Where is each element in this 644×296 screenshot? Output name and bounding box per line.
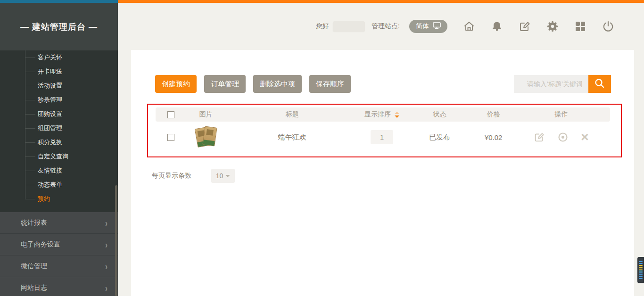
chevron-right-icon: › bbox=[105, 217, 107, 229]
reservation-table: 图片 标题 显示排序 状态 价格 操作 端午狂欢 bbox=[156, 107, 610, 153]
sidebar-submenu: 客户关怀 开卡即送 活动设置 秒杀管理 团购设置 组团管理 积分兑换 自定义查询… bbox=[0, 50, 118, 206]
tree-tick bbox=[25, 171, 35, 171]
power-icon[interactable] bbox=[602, 20, 614, 33]
sidebar-section-statistics[interactable]: 统计报表 › bbox=[0, 212, 118, 234]
sort-arrows-icon[interactable] bbox=[395, 112, 399, 118]
header-title: 标题 bbox=[225, 110, 359, 119]
browser-scrollbar-widget[interactable] bbox=[637, 257, 644, 283]
language-badge[interactable]: 简体 bbox=[409, 20, 447, 33]
toolbar: 创建预约 订单管理 删除选中项 保存顺序 bbox=[155, 75, 611, 93]
tree-tick bbox=[25, 199, 35, 199]
search-button[interactable] bbox=[588, 75, 611, 93]
chevron-right-icon: › bbox=[105, 239, 107, 250]
search-input[interactable] bbox=[514, 75, 588, 93]
sidebar-item-flash-sale[interactable]: 秒杀管理 bbox=[0, 93, 118, 107]
tree-tick bbox=[25, 86, 35, 86]
tree-tick bbox=[25, 58, 35, 58]
bell-icon[interactable] bbox=[491, 20, 503, 33]
select-all-checkbox[interactable] bbox=[167, 111, 174, 118]
sidebar-item-label: 积分兑换 bbox=[38, 139, 62, 146]
order-management-button[interactable]: 订单管理 bbox=[204, 75, 246, 93]
sidebar-sections: 统计报表 › 电子商务设置 › 微信管理 › 网站日志 › bbox=[0, 212, 118, 296]
edit-row-icon[interactable] bbox=[534, 132, 545, 143]
sidebar-scrollbar[interactable] bbox=[115, 185, 117, 296]
search-icon bbox=[594, 78, 605, 90]
tree-tick bbox=[25, 114, 35, 115]
gear-icon[interactable] bbox=[546, 20, 559, 33]
sidebar-item-label: 团购设置 bbox=[38, 110, 62, 117]
section-label: 统计报表 bbox=[21, 219, 47, 227]
sidebar-item-label: 客户关怀 bbox=[38, 54, 62, 61]
product-image[interactable] bbox=[194, 125, 218, 149]
content-panel: 创建预约 订单管理 删除选中项 保存顺序 图片 标题 bbox=[131, 50, 634, 296]
sidebar-item-reservation-active[interactable]: 预约 bbox=[0, 192, 118, 206]
tree-tick bbox=[25, 185, 35, 185]
page-size-select[interactable]: 10 bbox=[211, 169, 235, 183]
table-header-row: 图片 标题 显示排序 状态 价格 操作 bbox=[156, 107, 610, 122]
search-bar bbox=[514, 75, 611, 93]
section-label: 网站日志 bbox=[21, 284, 47, 292]
header-sort-label: 显示排序 bbox=[364, 110, 391, 119]
monitor-icon bbox=[433, 22, 441, 31]
row-checkbox[interactable] bbox=[167, 134, 174, 141]
sidebar-section-site-log[interactable]: 网站日志 › bbox=[0, 277, 118, 296]
sidebar-section-ecommerce[interactable]: 电子商务设置 › bbox=[0, 234, 118, 255]
page-size-label: 每页显示条数 bbox=[152, 172, 191, 180]
tree-tick bbox=[25, 72, 35, 72]
row-title: 端午狂欢 bbox=[225, 133, 359, 142]
sidebar-item-card-gift[interactable]: 开卡即送 bbox=[0, 65, 118, 79]
tree-tick bbox=[25, 142, 35, 143]
sidebar-item-activity-settings[interactable]: 活动设置 bbox=[0, 79, 118, 93]
header-actions: 操作 bbox=[512, 110, 610, 119]
username-redacted bbox=[333, 21, 365, 32]
sidebar-item-group-buy[interactable]: 团购设置 bbox=[0, 107, 118, 121]
row-actions: × bbox=[534, 132, 588, 143]
app-logo: — 建站管理后台 — bbox=[20, 21, 98, 33]
sidebar-section-wechat[interactable]: 微信管理 › bbox=[0, 255, 118, 277]
main-top-strip bbox=[118, 0, 644, 3]
page-size-value: 10 bbox=[216, 172, 223, 180]
sidebar-item-label: 友情链接 bbox=[38, 167, 62, 174]
sidebar-item-dynamic-form[interactable]: 动态表单 bbox=[0, 178, 118, 192]
topbar-icons bbox=[463, 20, 614, 33]
sidebar-item-custom-query[interactable]: 自定义查询 bbox=[0, 149, 118, 164]
sidebar: — 建站管理后台 — 客户关怀 开卡即送 活动设置 秒杀管理 团购设置 组团管理… bbox=[0, 0, 118, 296]
row-status: 已发布 bbox=[405, 133, 474, 142]
sidebar-item-label: 秒杀管理 bbox=[38, 96, 62, 103]
sidebar-item-label: 动态表单 bbox=[38, 181, 62, 188]
site-label: 管理站点: bbox=[372, 22, 400, 31]
row-price: ¥0.02 bbox=[475, 133, 512, 141]
header-image: 图片 bbox=[187, 110, 225, 119]
header-status: 状态 bbox=[405, 110, 474, 119]
pagination: 每页显示条数 10 bbox=[152, 169, 235, 183]
main-area: 您好 管理站点: 简体 bbox=[118, 3, 644, 296]
sidebar-item-team-mgmt[interactable]: 组团管理 bbox=[0, 121, 118, 135]
chevron-right-icon: › bbox=[105, 282, 107, 294]
sort-order-input[interactable]: 1 bbox=[371, 130, 393, 144]
sidebar-item-label: 预约 bbox=[38, 195, 50, 202]
delete-selected-button[interactable]: 删除选中项 bbox=[253, 75, 302, 93]
view-row-icon[interactable] bbox=[557, 132, 569, 143]
table-row: 端午狂欢 1 已发布 ¥0.02 × bbox=[156, 122, 610, 153]
home-icon[interactable] bbox=[463, 20, 475, 33]
sidebar-item-label: 自定义查询 bbox=[38, 153, 68, 160]
edit-icon[interactable] bbox=[519, 20, 531, 33]
section-label: 电子商务设置 bbox=[21, 240, 60, 249]
sidebar-item-label: 活动设置 bbox=[38, 82, 62, 89]
sidebar-item-points-exchange[interactable]: 积分兑换 bbox=[0, 135, 118, 149]
chevron-right-icon: › bbox=[105, 261, 107, 272]
sidebar-item-friend-links[interactable]: 友情链接 bbox=[0, 164, 118, 178]
sidebar-item-customer-care[interactable]: 客户关怀 bbox=[0, 50, 118, 65]
save-order-button[interactable]: 保存顺序 bbox=[309, 75, 351, 93]
greeting-text: 您好 bbox=[316, 22, 329, 31]
topbar: 您好 管理站点: 简体 bbox=[118, 3, 644, 50]
grid-icon[interactable] bbox=[574, 20, 586, 33]
tree-tick bbox=[25, 156, 35, 157]
tree-tick bbox=[25, 128, 35, 129]
sidebar-item-label: 组团管理 bbox=[38, 124, 62, 132]
create-reservation-button[interactable]: 创建预约 bbox=[155, 75, 197, 93]
header-sort-order[interactable]: 显示排序 bbox=[359, 110, 405, 119]
language-badge-label: 简体 bbox=[416, 22, 429, 31]
chevron-down-icon bbox=[225, 175, 230, 177]
delete-row-icon[interactable]: × bbox=[581, 132, 588, 142]
